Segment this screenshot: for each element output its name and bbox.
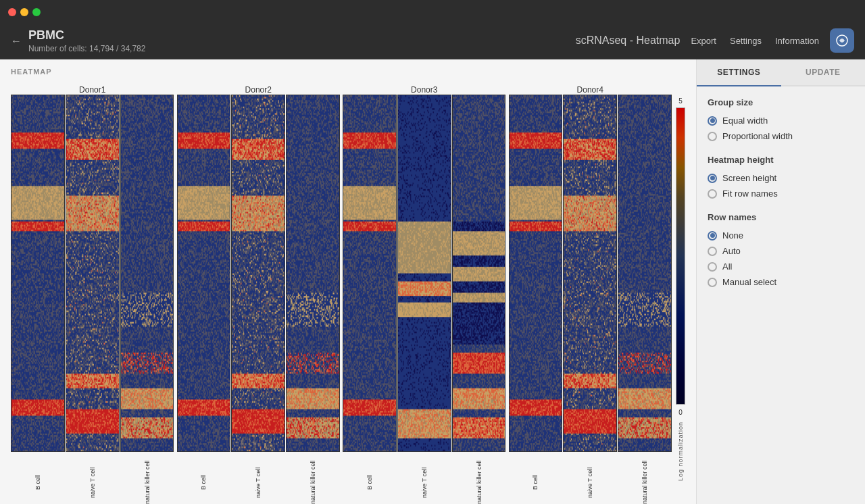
d1-nk-col bbox=[120, 95, 174, 452]
color-bar bbox=[676, 107, 685, 405]
screen-height-option[interactable]: Screen height bbox=[708, 173, 854, 183]
row-none-label: None bbox=[722, 230, 743, 241]
d2-nk-col bbox=[286, 95, 340, 452]
titlebar bbox=[0, 0, 865, 24]
maximize-button[interactable] bbox=[32, 8, 41, 16]
x-labels-row: B cell naive T cell natural killer cell … bbox=[11, 455, 672, 504]
proportional-width-radio[interactable] bbox=[708, 132, 717, 141]
heatmap-height-section: Heatmap height Screen height Fit row nam… bbox=[708, 155, 854, 199]
d1-bcell-col bbox=[11, 95, 65, 452]
row-manual-label: Manual select bbox=[722, 277, 776, 287]
app-icon bbox=[830, 28, 854, 53]
page-title: PBMC bbox=[28, 28, 145, 43]
traffic-lights bbox=[8, 8, 41, 16]
header-left: ← PBMC Number of cells: 14,794 / 34,782 bbox=[11, 28, 145, 53]
donor4-group bbox=[509, 95, 672, 452]
d3-naive-label: naive T cell bbox=[421, 459, 428, 504]
row-auto-radio[interactable] bbox=[708, 247, 717, 256]
donor-names-row: Donor1 Donor2 Donor3 Donor4 bbox=[11, 85, 672, 95]
group-size-title: Group size bbox=[708, 97, 854, 107]
d2-naive-label: naive T cell bbox=[255, 459, 262, 504]
donor2-group bbox=[177, 95, 341, 452]
heatmap-height-title: Heatmap height bbox=[708, 155, 854, 165]
donor3-label: Donor3 bbox=[343, 85, 506, 95]
donor2-label: Donor2 bbox=[177, 85, 341, 95]
heatmap-panel: HEATMAP Donor1 Donor2 Donor3 bbox=[0, 59, 696, 504]
proportional-width-option[interactable]: Proportional width bbox=[708, 131, 854, 141]
header-right: scRNAseq - Heatmap Export Settings Infor… bbox=[576, 28, 854, 53]
heatmap-container: Donor1 Donor2 Donor3 Donor4 bbox=[0, 80, 696, 504]
row-names-title: Row names bbox=[708, 212, 854, 222]
row-all-label: All bbox=[722, 261, 732, 272]
row-auto-label: Auto bbox=[722, 246, 741, 256]
header-nav: Export Settings Information bbox=[691, 36, 819, 46]
fit-row-names-option[interactable]: Fit row names bbox=[708, 188, 854, 199]
d4-nk-col bbox=[618, 95, 672, 452]
color-scale: 5 0 Log normalization bbox=[676, 85, 685, 504]
d3-nk-label: natural killer cell bbox=[476, 459, 483, 504]
settings-panel: SETTINGS UPDATE Group size Equal width P… bbox=[696, 59, 865, 504]
header: ← PBMC Number of cells: 14,794 / 34,782 … bbox=[0, 24, 865, 59]
row-names-section: Row names None Auto All Manual select bbox=[708, 212, 854, 287]
d1-nk-label: natural killer cell bbox=[144, 459, 151, 504]
row-none-radio[interactable] bbox=[708, 231, 717, 241]
d3-bcell-label: B cell bbox=[366, 459, 373, 504]
settings-tabs: SETTINGS UPDATE bbox=[697, 59, 865, 86]
settings-nav-button[interactable]: Settings bbox=[730, 36, 762, 46]
export-button[interactable]: Export bbox=[691, 36, 716, 46]
heatmap-section-label: HEATMAP bbox=[0, 59, 696, 80]
donor1-label: Donor1 bbox=[11, 85, 174, 95]
donor3-group bbox=[343, 95, 506, 452]
scale-min: 0 bbox=[678, 409, 683, 416]
row-all-radio[interactable] bbox=[708, 262, 717, 272]
settings-content: Group size Equal width Proportional widt… bbox=[697, 86, 865, 298]
row-manual-radio[interactable] bbox=[708, 278, 717, 287]
row-all-option[interactable]: All bbox=[708, 261, 854, 272]
main-content: HEATMAP Donor1 Donor2 Donor3 bbox=[0, 59, 865, 504]
donors-area: Donor1 Donor2 Donor3 Donor4 bbox=[11, 85, 672, 504]
equal-width-label: Equal width bbox=[722, 116, 768, 126]
row-auto-option[interactable]: Auto bbox=[708, 246, 854, 256]
proportional-width-label: Proportional width bbox=[722, 131, 793, 141]
d3-bcell-col bbox=[343, 95, 397, 452]
d4-nk-label: natural killer cell bbox=[641, 459, 648, 504]
close-button[interactable] bbox=[8, 8, 16, 16]
app-title: scRNAseq - Heatmap bbox=[576, 34, 681, 47]
scale-max: 5 bbox=[678, 97, 683, 105]
d3-nk-col bbox=[452, 95, 506, 452]
d2-bcell-label: B cell bbox=[200, 459, 207, 504]
tab-settings[interactable]: SETTINGS bbox=[697, 59, 781, 86]
d1-bcell-label: B cell bbox=[34, 459, 41, 504]
cell-count-label: Number of cells: 14,794 / 34,782 bbox=[28, 44, 145, 53]
d4-bcell-col bbox=[509, 95, 563, 452]
d2-nk-label: natural killer cell bbox=[310, 459, 316, 504]
fit-row-names-radio[interactable] bbox=[708, 189, 717, 199]
screen-height-radio[interactable] bbox=[708, 174, 717, 183]
d2-naive-col bbox=[231, 95, 285, 452]
row-manual-option[interactable]: Manual select bbox=[708, 277, 854, 287]
back-icon[interactable]: ← bbox=[11, 35, 22, 47]
information-button[interactable]: Information bbox=[775, 36, 819, 46]
d3-naive-col bbox=[397, 95, 451, 452]
d4-bcell-label: B cell bbox=[532, 459, 539, 504]
donor4-label: Donor4 bbox=[509, 85, 672, 95]
d4-naive-label: naive T cell bbox=[587, 459, 593, 504]
minimize-button[interactable] bbox=[20, 8, 28, 16]
fit-row-names-label: Fit row names bbox=[722, 188, 778, 199]
d2-bcell-col bbox=[177, 95, 231, 452]
canvases-row bbox=[11, 95, 672, 452]
viz-wrapper: Donor1 Donor2 Donor3 Donor4 bbox=[11, 85, 685, 504]
screen-height-label: Screen height bbox=[722, 173, 776, 183]
equal-width-radio[interactable] bbox=[708, 116, 717, 126]
tab-update[interactable]: UPDATE bbox=[781, 59, 866, 85]
row-none-option[interactable]: None bbox=[708, 230, 854, 241]
d1-naive-label: naive T cell bbox=[89, 459, 96, 504]
donor1-group bbox=[11, 95, 174, 452]
group-size-section: Group size Equal width Proportional widt… bbox=[708, 97, 854, 141]
equal-width-option[interactable]: Equal width bbox=[708, 116, 854, 126]
color-scale-label: Log normalization bbox=[677, 422, 684, 481]
d4-naive-col bbox=[563, 95, 617, 452]
d1-naive-col bbox=[66, 95, 120, 452]
